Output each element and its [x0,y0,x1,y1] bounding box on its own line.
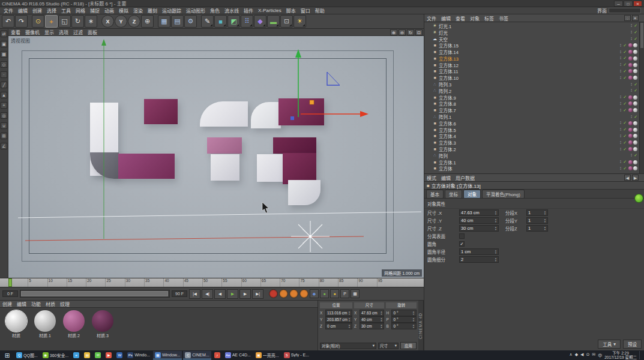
tag-icons[interactable] [628,166,637,170]
menu-item[interactable]: 脚本 [284,7,298,14]
visibility-dots-icon[interactable]: ∶ [620,62,621,67]
range-handle[interactable] [21,291,168,296]
enabled-check-icon[interactable]: ✓ [623,121,627,125]
object-row[interactable]: ■ 立方体.7 ∶ ✓ [424,107,639,113]
tag-icons[interactable] [628,147,637,151]
taskbar-netease[interactable]: ♪ [212,351,222,359]
object-row[interactable]: ■ 立方体.12 ∶ ✓ [424,62,639,68]
visibility-dots-icon[interactable]: ∶ [631,23,632,28]
history-forward-icon[interactable]: ▶ [632,175,639,181]
show-desktop-button[interactable] [639,351,641,359]
preview-range-slider[interactable] [20,290,170,298]
stepper[interactable] [494,218,498,223]
separator[interactable] [197,15,200,28]
fillet-field[interactable]: 2 [459,256,499,263]
visibility-dots-icon[interactable]: ∶ [620,127,621,132]
enabled-check-icon[interactable]: ✓ [634,115,637,119]
material-item[interactable]: 材质.2 [61,310,86,338]
light-button[interactable]: ☀ [293,15,306,28]
size-field[interactable]: 47.63 cm [459,209,499,216]
zoom-view-icon[interactable]: ⊖ [399,29,406,35]
coordinate-field[interactable]: 113.016 cm [325,310,352,316]
viewport-menu-item[interactable]: 摄像机 [23,29,42,35]
filter-icon[interactable]: ≡ [632,15,639,21]
go-to-end-button[interactable]: ▶| [252,289,263,299]
tag-icons[interactable] [628,140,637,145]
toggle-view-icon[interactable]: ⊡ [415,29,423,35]
visibility-dots-icon[interactable]: ∶ [620,147,621,152]
render-view-button[interactable]: ▦ [158,15,170,28]
object-row[interactable]: ■ 立方体.8 ∶ ✓ [424,101,639,107]
scale-tool-button[interactable]: ◱ [58,15,71,28]
checkbox[interactable] [459,233,465,239]
tag-icons[interactable] [628,50,637,54]
visibility-dots-icon[interactable]: ∶ [631,153,632,158]
tag-icons[interactable] [628,43,637,47]
viewport-menu-item[interactable]: 显示 [42,29,56,35]
visibility-dots-icon[interactable]: ∶ [620,50,621,55]
start-frame-field[interactable]: 0 F [2,290,18,297]
object-row[interactable]: ∴ 阵列 ∶ ✓ [424,152,639,159]
tag-icons[interactable] [628,160,637,164]
record-position-button[interactable] [279,289,288,298]
enabled-check-icon[interactable]: ✓ [623,43,627,48]
coordinate-field[interactable]: 0 ° [391,310,417,316]
preset-button[interactable]: 预设 [623,340,642,349]
live-selection-button[interactable]: ⊙ [32,15,44,28]
recorder-overlay-icon[interactable] [634,194,643,203]
enabled-check-icon[interactable]: ✓ [623,62,627,67]
enable-axis-button[interactable]: + [1,102,7,109]
stepper[interactable] [494,257,498,262]
object-list-scrollbar[interactable] [639,22,644,173]
viewport-solo-button[interactable]: ◎ [1,112,7,119]
keyframe-selection-button[interactable]: ◆ [310,289,319,298]
clock[interactable]: 下午 2:29 2017/12/19 星期二 [604,351,637,360]
stepper[interactable] [543,226,547,231]
workplane-mode-button[interactable]: ◇ [1,61,7,68]
quantize-button[interactable]: ∠ [1,143,7,149]
visibility-dots-icon[interactable]: ∶ [620,134,621,139]
stepper[interactable] [379,324,383,329]
stepper[interactable] [348,324,351,329]
input-language-indicator[interactable]: 中 [598,352,602,358]
menu-item[interactable]: 工具 [59,7,73,14]
maximize-button[interactable]: □ [624,1,633,7]
lock-x-axis-button[interactable]: X [101,15,114,28]
menu-item[interactable]: 捕捉 [88,7,102,14]
current-frame-marker[interactable] [8,278,12,287]
tray-network-icon[interactable]: ⊙ [586,352,589,358]
taskbar-browser[interactable]: S Syfy - E... [282,351,311,359]
stepper[interactable] [379,311,383,316]
visibility-dots-icon[interactable]: ∶ [620,166,621,171]
material-menu-item[interactable]: 功能 [29,301,43,307]
search-icon[interactable]: ◌ [624,15,631,21]
checkbox[interactable] [459,241,465,247]
visibility-dots-icon[interactable]: ∶ [620,160,621,164]
tray-expand-icon[interactable]: ∧ [570,352,573,358]
menu-item[interactable]: 帮助 [313,7,327,14]
snap-button[interactable]: ∪ [1,122,7,129]
minimize-button[interactable]: ─ [614,1,623,7]
stepper[interactable] [494,250,498,254]
enabled-check-icon[interactable]: ✓ [634,37,637,41]
object-row[interactable]: ■ 立方体.14 ∶ ✓ [424,49,639,55]
menu-item[interactable]: 角色 [208,7,222,14]
stepper[interactable] [412,311,415,316]
segment-field[interactable]: 1 [526,217,548,224]
attribute-tab[interactable]: 对象 [463,190,481,199]
tag-icons[interactable] [628,56,637,61]
coordinate-field[interactable]: 40 cm [360,316,385,323]
tag-icons[interactable] [628,76,637,80]
object-row[interactable]: ■ 立方体.10 ∶ ✓ [424,74,639,81]
coordinate-system-button[interactable]: ⊕ [141,15,154,28]
object-row[interactable]: ∴ 阵列.1 ∶ ✓ [424,113,639,120]
object-row[interactable]: ☀ 灯光 ∶ ✓ [424,29,639,36]
layout-select[interactable] [609,8,641,13]
coordinate-field[interactable]: 0 ° [391,323,417,329]
visibility-dots-icon[interactable]: ∶ [620,101,621,106]
menu-item[interactable]: 渲染 [131,7,145,14]
visibility-dots-icon[interactable]: ∶ [620,69,621,74]
menu-item[interactable]: 模拟 [116,7,131,14]
taskbar-window[interactable]: ▦ Window... [153,351,182,359]
object-row[interactable]: ■ 立方体.4 ∶ ✓ [424,133,639,140]
